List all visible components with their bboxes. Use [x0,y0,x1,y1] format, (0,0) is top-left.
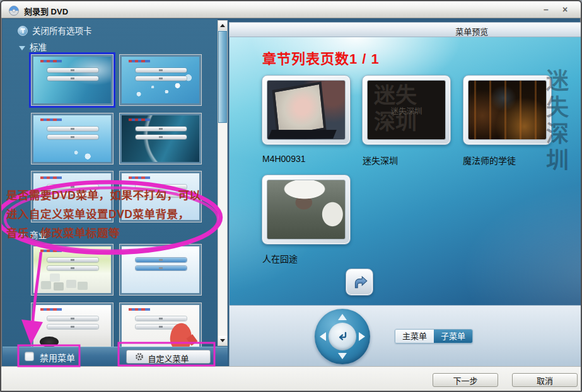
close-button[interactable]: × [558,4,572,15]
collapse-triangle-icon [19,234,25,238]
main-menu-button[interactable]: 主菜单 [395,330,434,343]
video-2-title-small: 迷失深圳 [368,104,445,116]
scroll-down-button[interactable] [218,336,227,345]
dpad-right-icon[interactable] [359,332,365,341]
minimize-button[interactable]: – [539,4,553,15]
template-thumbnail-2[interactable] [119,54,202,106]
redo-button[interactable] [346,268,373,296]
template-sidebar: 关闭所有选项卡 标准 商业 [3,19,218,366]
sidebar-footer: 禁用菜单 自定义菜单 [3,347,228,366]
scroll-up-button[interactable] [218,21,227,30]
app-window: 刻录到 DVD – × 关闭所有选项卡 标准 [0,0,582,392]
enter-arrow-icon [335,330,349,343]
template-thumbnail-5[interactable] [31,171,113,222]
template-thumbnail-6[interactable] [119,171,202,222]
video-thumbnail-1[interactable] [262,75,351,145]
video-thumbnail-2[interactable]: 迷失深圳 迷失深圳 [362,75,451,145]
cancel-button[interactable]: 取消 [512,373,578,387]
video-label-3: 魔法师的学徒 [463,154,516,166]
video-thumbnail-4[interactable] [262,175,351,245]
dpad-enter-button[interactable] [329,323,356,350]
dpad-left-icon[interactable] [320,332,326,341]
dpad-down-icon[interactable] [338,353,347,359]
preview-controls: 主菜单 子菜单 [229,305,581,366]
sub-menu-button[interactable]: 子菜单 [434,330,472,343]
customize-menu-button[interactable]: 自定义菜单 [126,350,211,364]
close-all-label: 关闭所有选项卡 [32,26,92,37]
menu-toggle: 主菜单 子菜单 [395,329,473,343]
video-label-2: 迷失深圳 [363,154,398,166]
template-title-marks [40,60,62,62]
sidebar-scrollbar[interactable] [218,20,228,346]
scrollbar-thumb[interactable] [218,31,227,123]
video-thumbnail-1-image [267,80,346,140]
preview-header-title: 菜单预览 [455,25,488,37]
template-thumbnail-7[interactable] [31,244,113,296]
video-label-1: M4H00931 [262,154,306,164]
video-thumbnail-2-image: 迷失深圳 迷失深圳 [367,80,446,140]
scroll-up-icon [220,24,225,27]
video-thumbnail-3-image [468,80,547,140]
video-thumbnail-4-image [267,180,346,239]
disable-menu-checkbox[interactable] [25,352,34,361]
section-header-business[interactable]: 商业 [19,228,47,241]
chapter-page-title: 章节列表页数1 / 1 [262,47,380,67]
template-thumbnail-8[interactable] [119,244,202,296]
bottom-bar: 下一步 取消 [1,366,581,391]
dpad-up-icon[interactable] [338,314,347,320]
stones-art [41,281,51,289]
window-title: 刻录到 DVD [24,5,68,17]
music-art [40,337,59,347]
close-all-tabs-button[interactable]: 关闭所有选项卡 [18,26,92,37]
customize-menu-label: 自定义菜单 [127,352,210,364]
dvd-disc-icon [8,4,20,16]
section-header-standard[interactable]: 标准 [19,40,47,53]
close-all-icon [18,26,28,36]
video-thumbnail-3[interactable] [463,75,552,145]
section-business-label: 商业 [30,231,47,240]
video-label-4: 人在囧途 [262,252,298,265]
collapse-triangle-icon [19,46,25,50]
template-thumbnail-4[interactable] [119,113,202,164]
menu-preview-area: 章节列表页数1 / 1 迷失深圳 迷失深圳 M4H00931 迷失深圳 魔法师的… [229,37,581,305]
section-standard-label: 标准 [30,43,47,52]
titlebar: 刻录到 DVD – × [1,1,581,18]
template-thumbnail-1[interactable] [31,54,113,106]
template-thumbnail-3[interactable] [31,113,113,164]
redo-arrow-icon [351,274,369,291]
preview-header-bar: 菜单预览 [229,22,581,37]
dpad-control[interactable] [315,309,370,364]
scroll-down-icon [220,339,225,342]
disable-menu-label[interactable]: 禁用菜单 [40,351,75,364]
next-button[interactable]: 下一步 [433,373,498,387]
